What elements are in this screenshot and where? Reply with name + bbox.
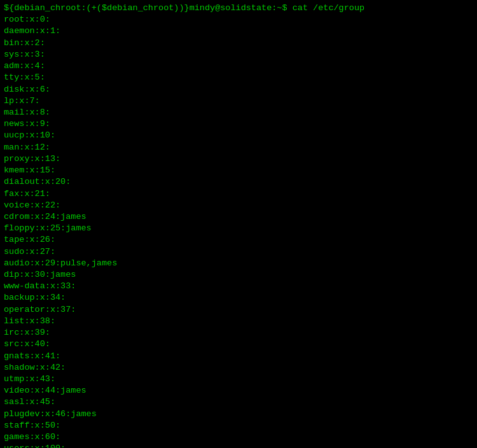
terminal-line: voice:x:22: [4, 200, 473, 211]
terminal-line: daemon:x:1: [4, 25, 473, 37]
terminal-line: www-data:x:33: [4, 281, 473, 292]
terminal-line: dialout:x:20: [4, 176, 473, 188]
prompt-line: ${debian_chroot:(+($debian_chroot))}mind… [4, 3, 473, 14]
terminal-line: lp:x:7: [4, 95, 473, 107]
terminal-line: utmp:x:43: [4, 374, 473, 385]
terminal-line: news:x:9: [4, 118, 473, 130]
terminal-line: proxy:x:13: [4, 153, 473, 165]
terminal-line: plugdev:x:46:james [4, 409, 473, 420]
terminal-line: kmem:x:15: [4, 165, 473, 176]
terminal-line: audio:x:29:pulse,james [4, 258, 473, 269]
terminal-line: root:x:0: [4, 14, 473, 25]
terminal-line: gnats:x:41: [4, 351, 473, 362]
terminal-line: backup:x:34: [4, 292, 473, 304]
terminal[interactable]: ${debian_chroot:(+($debian_chroot))}mind… [0, 0, 477, 448]
terminal-line: users:x:100: [4, 443, 473, 448]
terminal-line: man:x:12: [4, 142, 473, 153]
terminal-line: fax:x:21: [4, 188, 473, 200]
terminal-line: list:x:38: [4, 316, 473, 327]
terminal-line: video:x:44:james [4, 385, 473, 396]
terminal-line: tape:x:26: [4, 234, 473, 246]
output-lines: root:x:0:daemon:x:1:bin:x:2:sys:x:3:adm:… [4, 14, 473, 448]
terminal-line: dip:x:30:james [4, 269, 473, 281]
terminal-line: adm:x:4: [4, 60, 473, 72]
terminal-line: sasl:x:45: [4, 396, 473, 408]
terminal-line: bin:x:2: [4, 38, 473, 49]
terminal-line: irc:x:39: [4, 327, 473, 339]
terminal-line: sys:x:3: [4, 49, 473, 60]
terminal-line: operator:x:37: [4, 304, 473, 316]
terminal-line: tty:x:5: [4, 72, 473, 83]
terminal-line: sudo:x:27: [4, 246, 473, 258]
terminal-line: cdrom:x:24:james [4, 211, 473, 223]
terminal-line: disk:x:6: [4, 84, 473, 95]
terminal-line: staff:x:50: [4, 420, 473, 431]
terminal-line: uucp:x:10: [4, 130, 473, 141]
terminal-line: floppy:x:25:james [4, 223, 473, 234]
terminal-line: src:x:40: [4, 339, 473, 350]
terminal-line: mail:x:8: [4, 107, 473, 118]
terminal-line: games:x:60: [4, 431, 473, 443]
terminal-line: shadow:x:42: [4, 362, 473, 374]
